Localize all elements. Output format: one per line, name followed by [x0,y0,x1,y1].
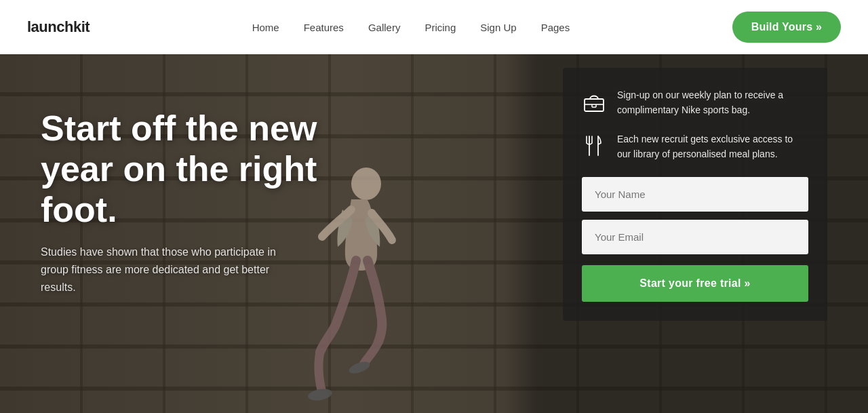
signup-panel: Sign-up on our weekly plan to receive a … [563,68,827,321]
hero-text-block: Start off the new year on the right foot… [41,109,380,296]
build-yours-button[interactable]: Build Yours » [732,12,841,43]
nav-gallery[interactable]: Gallery [368,22,401,33]
nav-pricing[interactable]: Pricing [425,22,456,33]
hero-subtext: Studies have shown that those who partic… [41,243,298,296]
hero-headline: Start off the new year on the right foot… [41,109,380,230]
nav-features[interactable]: Features [304,22,344,33]
svg-point-1 [307,387,333,402]
bag-icon [582,90,606,114]
name-input[interactable] [582,177,808,212]
fork-icon [582,134,606,158]
svg-rect-3 [585,99,604,111]
nav-pages[interactable]: Pages [541,22,570,33]
main-nav: Home Features Gallery Pricing Sign Up Pa… [252,22,570,33]
panel-feature-meal: Each new recruit gets exclusive access t… [582,132,808,161]
panel-feature2-text: Each new recruit gets exclusive access t… [617,132,808,161]
email-field-group [582,220,808,254]
name-field-group [582,177,808,212]
logo: launchkit [27,18,90,36]
nav-signup[interactable]: Sign Up [480,22,516,33]
panel-feature-bag: Sign-up on our weekly plan to receive a … [582,88,808,117]
nav-home[interactable]: Home [252,22,279,33]
email-input[interactable] [582,220,808,254]
hero-section: Start off the new year on the right foot… [0,54,868,413]
free-trial-button[interactable]: Start your free trial » [582,265,808,302]
panel-feature1-text: Sign-up on our weekly plan to receive a … [617,88,808,117]
header: launchkit Home Features Gallery Pricing … [0,0,868,54]
